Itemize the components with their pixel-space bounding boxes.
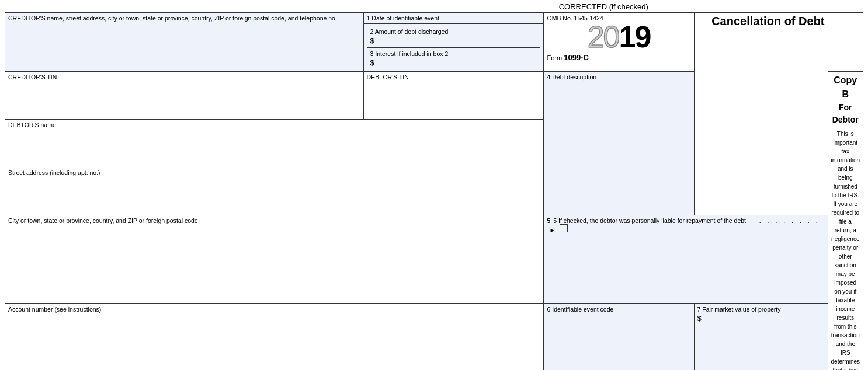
form-wrapper: CORRECTED (if checked) CREDITOR'S name, …	[0, 0, 868, 370]
box2-3-cell: 2 Amount of debt discharged $ 3 Interest…	[363, 24, 544, 72]
box7-dollar: $	[697, 314, 825, 323]
row-5: Street address (including apt. no.)	[5, 167, 863, 215]
box5-label: 5 5 If checked, the debtor was personall…	[547, 217, 824, 233]
box1-label: 1 Date of identifiable event	[367, 15, 541, 22]
box4-label: 4 Debt description	[547, 74, 690, 81]
year-outline: 20	[588, 22, 619, 52]
city-cell: City or town, state or province, country…	[5, 215, 544, 303]
box2-label: 2 Amount of debt discharged	[370, 28, 537, 35]
box5-dots: . . . . . . . . .	[751, 217, 820, 224]
box5-arrow: ►	[549, 226, 555, 233]
corrected-checkbox[interactable]	[547, 4, 554, 11]
form-number: 1099-C	[564, 53, 589, 62]
form-number-label: Form 1099-C	[547, 53, 690, 62]
omb-year-cell: OMB No. 1545-1424 2019 Form 1099-C	[544, 13, 694, 72]
creditor-tin-label: CREDITOR'S TIN	[8, 74, 57, 81]
box7-label: 7 Fair market value of property	[697, 306, 825, 313]
box5-cell: 5 5 If checked, the debtor was personall…	[544, 215, 828, 303]
row-6: City or town, state or province, country…	[5, 215, 863, 303]
copy-b-description: This is important tax information and is…	[831, 130, 860, 370]
copy-b-cell: Copy B For Debtor This is important tax …	[828, 72, 863, 370]
box4-cell: 4 Debt description	[544, 72, 694, 215]
box3-dollar: $	[370, 58, 537, 67]
corrected-header: CORRECTED (if checked)	[5, 2, 863, 11]
debtor-tin-cell: DEBTOR'S TIN	[363, 72, 544, 120]
street-label: Street address (including apt. no.)	[8, 169, 100, 176]
box6-cell: 6 Identifiable event code	[544, 303, 694, 370]
account-cell: Account number (see instructions)	[5, 303, 544, 370]
year-display: 2019	[547, 22, 690, 52]
creditor-address-cell: CREDITOR'S name, street address, city or…	[5, 13, 364, 72]
debtor-name-cell: DEBTOR'S name	[5, 120, 544, 167]
creditor-tin-cell: CREDITOR'S TIN	[5, 72, 364, 120]
year-solid: 19	[619, 22, 651, 52]
account-label: Account number (see instructions)	[8, 306, 101, 313]
box5-checkbox[interactable]	[560, 224, 568, 232]
box1-cell: 1 Date of identifiable event	[363, 13, 544, 24]
city-label: City or town, state or province, country…	[8, 217, 198, 224]
creditor-address-label: CREDITOR'S name, street address, city or…	[8, 15, 337, 22]
row-7: Account number (see instructions) 6 Iden…	[5, 303, 863, 370]
row-1: CREDITOR'S name, street address, city or…	[5, 13, 863, 24]
box5-number: 5	[547, 217, 550, 224]
copy-b-title: Copy B	[831, 74, 860, 102]
corrected-label: CORRECTED (if checked)	[559, 2, 648, 11]
cancellation-title-cell: Cancellation of Debt	[694, 13, 828, 167]
form-table: CREDITOR'S name, street address, city or…	[5, 12, 863, 370]
box6-label: 6 Identifiable event code	[547, 306, 613, 313]
box3-section: 3 Interest if included in box 2 $	[367, 48, 541, 69]
box7-cell: 7 Fair market value of property $	[694, 303, 828, 370]
copy-b-subtitle: For Debtor	[831, 102, 860, 126]
debtor-tin-label: DEBTOR'S TIN	[367, 74, 409, 81]
form-title: Cancellation of Debt	[697, 15, 825, 28]
box2-dollar: $	[370, 36, 537, 45]
debtor-name-label: DEBTOR'S name	[8, 121, 56, 128]
street-cell: Street address (including apt. no.)	[5, 167, 544, 215]
box3-label: 3 Interest if included in box 2	[370, 50, 537, 57]
box2-section: 2 Amount of debt discharged $	[367, 26, 541, 48]
